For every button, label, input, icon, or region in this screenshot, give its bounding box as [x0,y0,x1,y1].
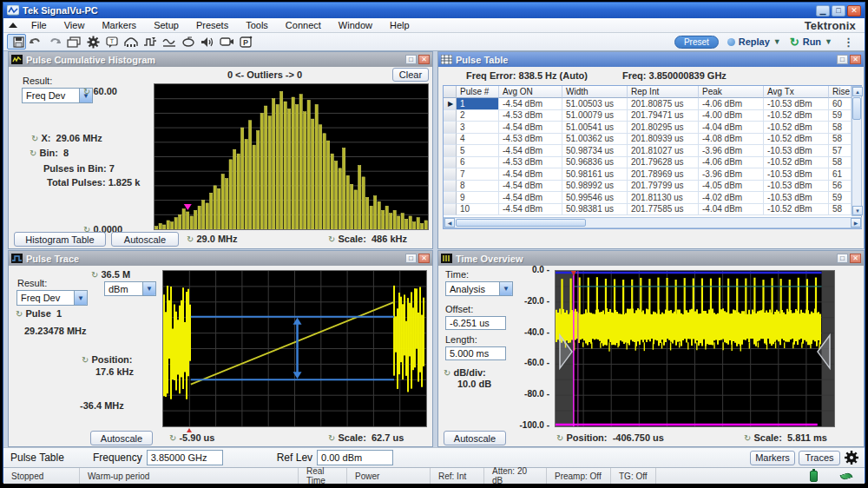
autoscale-button[interactable]: Autoscale [444,431,506,445]
displays-icon[interactable] [64,34,83,49]
edit-icon[interactable]: ↻ [187,234,194,244]
panel-minimize-button[interactable]: □ [837,254,848,263]
table-row[interactable]: 7-4.54 dBm50.98161 us201.78969 us-3.96 d… [444,168,861,181]
pulse-trace-plot[interactable] [162,270,427,427]
replay-control[interactable]: Replay ▼ [727,36,781,47]
eject-icon[interactable] [3,21,23,30]
table-row[interactable]: 10-4.54 dBm50.98381 us201.77585 us-4.04 … [444,204,861,216]
presets-icon[interactable]: P [236,34,255,49]
horizontal-scrollbar[interactable]: ◀ ▶ [444,217,862,228]
undo-icon[interactable] [26,34,45,49]
menu-presets[interactable]: Presets [187,18,237,32]
column-header-rep-int[interactable]: Rep Int [628,86,699,98]
menu-view[interactable]: View [56,18,94,32]
edit-icon[interactable]: ↻ [744,433,751,443]
table-row[interactable]: 8-4.54 dBm50.98992 us201.79799 us-4.05 d… [444,181,861,193]
annotation-icon[interactable]: T [102,34,122,49]
window-titlebar[interactable]: Tek SignalVu-PC ▁ □ ✕ [3,3,865,18]
more-options-icon[interactable]: ⋮ [841,36,856,49]
trace-icon[interactable] [160,34,179,49]
scroll-down-icon[interactable]: ▼ [852,206,863,215]
table-row[interactable]: 3-4.54 dBm51.00541 us201.80295 us-4.04 d… [444,122,861,134]
edit-icon[interactable]: ↻ [16,309,23,319]
window-close-button[interactable]: ✕ [847,5,861,16]
table-row[interactable]: ▶1-4.54 dBm51.00503 us201.80875 us-4.06 … [444,98,861,110]
panel-minimize-button[interactable]: □ [837,55,848,64]
cell: 61 [829,168,852,181]
table-row[interactable]: 4-4.53 dBm51.00362 us201.80939 us-4.08 d… [444,134,861,146]
markers-button[interactable]: Markers [750,451,795,465]
pulse-icon[interactable] [141,34,160,49]
window-minimize-button[interactable]: ▁ [816,5,830,16]
autoscale-button[interactable]: Autoscale [90,431,153,445]
ref-lev-input[interactable]: 0.00 dBm [317,450,393,465]
run-control[interactable]: ↻ Run ▼ [790,36,832,49]
column-header-avg-on[interactable]: Avg ON [499,86,562,98]
panel-close-button[interactable]: ✕ [850,55,861,64]
scroll-up-icon[interactable]: ▲ [852,87,863,96]
save-icon[interactable] [7,34,26,49]
panel-minimize-button[interactable]: □ [405,55,417,64]
panel-close-button[interactable]: ✕ [850,254,861,263]
frequency-input[interactable]: 3.85000 GHz [147,450,223,465]
result-select[interactable]: Freq Dev ▼ [16,290,88,306]
menu-help[interactable]: Help [381,18,418,32]
scrollbar-thumb[interactable] [456,219,586,227]
vertical-scrollbar[interactable]: ▲ ▼ [852,86,862,216]
audio-icon[interactable] [198,34,217,49]
edit-icon[interactable]: ↻ [328,433,335,443]
histogram-plot[interactable] [154,83,429,230]
column-header-peak[interactable]: Peak [699,86,764,98]
histogram-icon[interactable] [122,34,141,49]
menu-markers[interactable]: Markers [93,18,145,32]
edit-icon[interactable]: ↻ [556,433,563,443]
unit-select[interactable]: dBm ▼ [104,281,156,296]
menu-file[interactable]: File [23,18,56,32]
table-row[interactable]: 9-4.54 dBm50.99546 us201.81130 us-4.02 d… [444,192,861,204]
camera-icon[interactable] [217,34,236,49]
cell: 59 [829,192,852,204]
edit-icon[interactable]: ↻ [91,270,98,280]
result-select[interactable]: Freq Dev ▼ [22,88,93,103]
panel-minimize-button[interactable]: □ [405,254,417,263]
histogram-table-button[interactable]: Histogram Table [14,232,106,247]
panel-close-button[interactable]: ✕ [418,55,430,64]
edit-icon[interactable]: ↻ [82,355,89,365]
pulse-table-panel-titlebar[interactable]: Pulse Table □ ✕ [438,52,864,67]
cell: -4.54 dBm [499,122,562,134]
pulse-trace-panel-titlebar[interactable]: Pulse Trace □ ✕ [9,251,432,266]
scroll-left-icon[interactable]: ◀ [444,218,455,228]
table-row[interactable]: 6-4.53 dBm50.96836 us201.79628 us-4.06 d… [444,157,861,169]
spectrum-icon[interactable] [179,34,198,49]
pulse-table[interactable]: Pulse #Avg ONWidthRep IntPeakAvg TxRise … [443,85,862,229]
time-overview-plot[interactable] [555,270,835,427]
window-maximize-button[interactable]: □ [832,5,845,16]
edit-icon[interactable]: ↻ [328,234,335,244]
edit-icon[interactable]: ↻ [83,87,90,96]
clear-button[interactable]: Clear [392,68,429,82]
cell: -4.02 dBm [699,192,764,204]
table-row[interactable]: 2-4.53 dBm51.00079 us201.79471 us-4.00 d… [444,110,861,122]
menu-window[interactable]: Window [330,18,381,32]
column-header-avg-tx[interactable]: Avg Tx [764,86,829,98]
scrollbar-thumb[interactable] [852,97,861,120]
preset-button[interactable]: Preset [674,36,719,49]
column-header-pulse-[interactable]: Pulse # [457,86,499,98]
edit-icon[interactable]: ↻ [31,134,38,143]
edit-icon[interactable]: ↻ [30,148,36,158]
menu-setup[interactable]: Setup [145,18,187,32]
menu-tools[interactable]: Tools [237,18,277,32]
settings-gear-icon[interactable] [844,450,859,465]
panel-close-button[interactable]: ✕ [418,254,430,263]
menu-connect[interactable]: Connect [277,18,330,32]
scroll-right-icon[interactable]: ▶ [851,218,861,228]
table-row[interactable]: 5-4.54 dBm50.98734 us201.81027 us-3.96 d… [444,145,861,157]
autoscale-button[interactable]: Autoscale [111,232,179,247]
edit-icon[interactable]: ↻ [169,433,176,443]
traces-button[interactable]: Traces [799,451,840,465]
redo-icon[interactable] [45,34,64,49]
histogram-panel-titlebar[interactable]: Pulse Cumulative Histogram □ ✕ [9,52,432,67]
settings-gear-icon[interactable] [83,34,102,49]
column-header-width[interactable]: Width [562,86,628,98]
column-header-rise[interactable]: Rise [829,86,852,98]
